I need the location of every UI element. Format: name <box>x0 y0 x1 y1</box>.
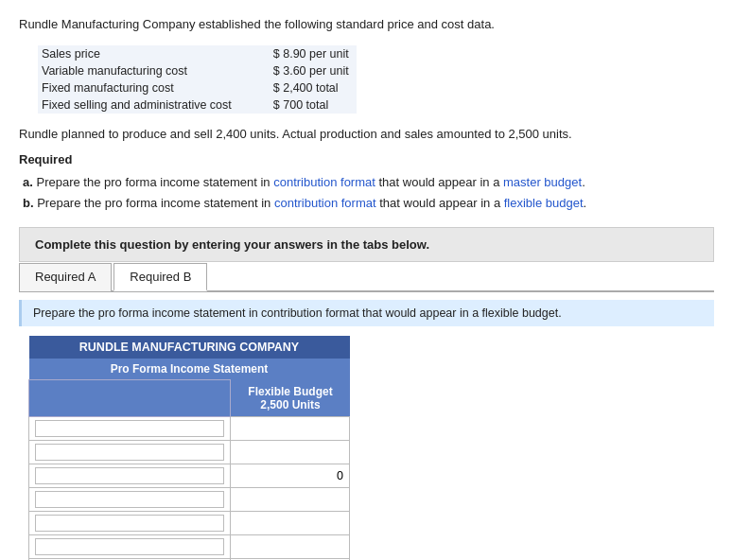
fin-data-row <box>29 487 350 511</box>
fin-value-cell[interactable] <box>231 534 350 558</box>
cost-value: $ 8.90 per unit <box>270 45 357 62</box>
cost-row: Fixed selling and administrative cost$ 7… <box>38 96 357 114</box>
cost-value: $ 3.60 per unit <box>270 62 357 79</box>
tab-row: Required A Required B <box>19 262 714 292</box>
fin-data-row <box>29 511 350 534</box>
fin-label-cell[interactable] <box>29 511 231 534</box>
tab-content: Prepare the pro forma income statement i… <box>19 292 714 560</box>
cost-value: $ 2,400 total <box>270 79 357 96</box>
fin-data-row <box>29 464 350 487</box>
fin-value-input[interactable] <box>268 516 343 530</box>
fin-value-input[interactable] <box>268 540 343 553</box>
production-text: Rundle planned to produce and sell 2,400… <box>19 125 714 144</box>
cost-table: Sales price$ 8.90 per unitVariable manuf… <box>38 45 357 114</box>
requirement-b: b. Prepare the pro forma income statemen… <box>23 193 714 214</box>
fin-label-input[interactable] <box>35 538 224 555</box>
tabs-container: Required A Required B Prepare the pro fo… <box>19 262 714 560</box>
statement-title: Pro Forma Income Statement <box>29 359 350 380</box>
cost-label: Sales price <box>38 45 270 62</box>
financial-table: RUNDLE MANUFACTURING COMPANY Pro Forma I… <box>28 336 350 560</box>
tab-required-b[interactable]: Required B <box>113 263 207 291</box>
cost-label: Fixed manufacturing cost <box>38 79 270 96</box>
fin-label-input[interactable] <box>35 491 224 508</box>
financial-table-wrapper: RUNDLE MANUFACTURING COMPANY Pro Forma I… <box>28 336 714 560</box>
intro-text: Rundle Manufacturing Company established… <box>19 15 714 34</box>
fin-label-cell[interactable] <box>29 440 231 464</box>
cost-row: Variable manufacturing cost$ 3.60 per un… <box>38 62 357 79</box>
requirements: a. Prepare the pro forma income statemen… <box>19 172 714 214</box>
requirement-a: a. Prepare the pro forma income statemen… <box>23 172 714 193</box>
fin-value-input[interactable] <box>268 469 343 482</box>
fin-label-input[interactable] <box>35 515 224 532</box>
fin-label-cell[interactable] <box>29 487 231 511</box>
fin-value-cell[interactable] <box>231 440 350 464</box>
fin-value-cell[interactable] <box>231 416 350 440</box>
fin-value-cell[interactable] <box>231 464 350 487</box>
fin-label-cell[interactable] <box>29 464 231 487</box>
col-header-flexible: Flexible Budget2,500 Units <box>231 380 350 417</box>
fin-value-input[interactable] <box>268 446 343 459</box>
fin-label-input[interactable] <box>35 444 224 461</box>
fin-value-cell[interactable] <box>231 487 350 511</box>
fin-label-cell[interactable] <box>29 416 231 440</box>
cost-value: $ 700 total <box>270 96 357 114</box>
cost-label: Variable manufacturing cost <box>38 62 270 79</box>
fin-value-input[interactable] <box>268 493 343 506</box>
fin-label-input[interactable] <box>35 420 224 437</box>
fin-data-row <box>29 416 350 440</box>
cost-row: Fixed manufacturing cost$ 2,400 total <box>38 79 357 96</box>
tab-required-a[interactable]: Required A <box>19 263 112 291</box>
cost-label: Fixed selling and administrative cost <box>38 96 270 114</box>
fin-value-cell[interactable] <box>231 511 350 534</box>
required-header: Required <box>19 152 714 166</box>
fin-value-input[interactable] <box>268 422 343 435</box>
company-name: RUNDLE MANUFACTURING COMPANY <box>29 336 350 359</box>
tab-description: Prepare the pro forma income statement i… <box>19 300 714 326</box>
fin-data-row <box>29 440 350 464</box>
fin-label-input[interactable] <box>35 467 224 484</box>
fin-data-row <box>29 534 350 558</box>
cost-row: Sales price$ 8.90 per unit <box>38 45 357 62</box>
complete-instruction: Complete this question by entering your … <box>19 227 714 262</box>
fin-label-cell[interactable] <box>29 534 231 558</box>
